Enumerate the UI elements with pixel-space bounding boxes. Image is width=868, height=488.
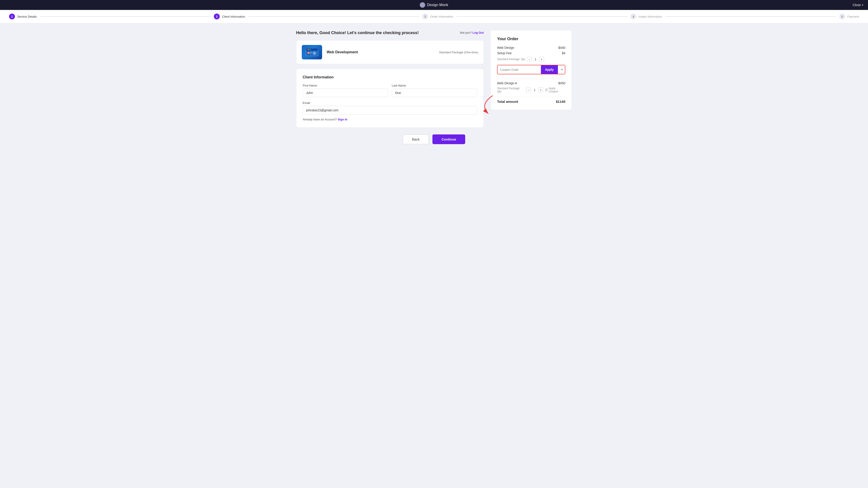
order-qty-label-1: Standard Package: Qty [497,58,525,61]
step-4-number: 4 [630,13,636,20]
qty-value-1: 1 [534,58,537,61]
order-divider-1 [497,78,565,78]
order-panel-wrapper: Your Order Web Design $440 Setup Fee $4 … [491,30,572,110]
step-2-number: 2 [214,13,220,20]
order-item-price-2: $4 [562,51,565,55]
first-name-label: First Name [303,84,388,87]
order-item-web-design-a: Web Design A $450 [497,81,565,85]
form-title: Client Information [303,75,477,79]
sign-in-link[interactable]: Sign In [338,118,347,121]
greeting-text: Hello there, Good Choice! Let's continue… [296,30,418,36]
svg-rect-10 [310,53,312,53]
form-card: Client Information First Name Last Name … [296,69,484,128]
order-item-name-3: Web Design A [497,81,517,85]
left-panel: Hello there, Good Choice! Let's continue… [296,30,484,128]
order-panel: Your Order Web Design $440 Setup Fee $4 … [491,30,572,110]
coupon-apply-button[interactable]: Apply [541,65,558,74]
logo-icon [420,2,425,8]
step-5[interactable]: 5 Payment [839,13,859,20]
step-connector-4 [665,16,836,17]
step-1[interactable]: 1 Service Details [9,13,37,20]
first-name-input[interactable] [303,89,388,97]
step-1-label: Service Details [17,15,37,18]
email-label: Email [303,101,477,105]
coupon-clear-button[interactable]: × [558,65,565,74]
qty-decrease-btn-1[interactable]: − [527,57,532,62]
svg-point-2 [307,49,308,50]
service-package: Standard Package (One-time) [439,51,478,54]
step-3-label: Order Information [430,15,454,18]
form-name-row: First Name Last Name [303,84,477,97]
order-item-setup-fee: Setup Fee $4 [497,51,565,55]
bottom-actions: Back Continue [0,134,868,144]
qty-increase-btn-2[interactable]: + [538,88,543,92]
order-item-name-1: Web Design [497,46,514,50]
apply-coupon-label: Apply Coupon [549,87,565,93]
order-total-price: $1140 [556,100,565,103]
order-item-web-design: Web Design $440 [497,46,565,50]
step-2-label: Client Information [222,15,245,18]
step-3-number: 3 [422,13,428,20]
qty-increase-btn-1[interactable]: + [539,57,544,62]
close-button[interactable]: Close × [852,3,864,7]
first-name-group: First Name [303,84,388,97]
step-5-label: Payment [847,15,859,18]
last-name-group: Last Name [392,84,477,97]
email-group: Email [303,101,477,115]
coupon-input[interactable] [498,65,541,74]
top-bar: Design Monk Close × [0,0,868,10]
continue-button[interactable]: Continue [432,134,465,144]
svg-point-3 [308,49,309,50]
order-total-row: Total amount $1140 [497,97,565,103]
step-2[interactable]: 2 Client Information [214,13,245,20]
step-connector-3 [457,16,627,17]
order-item-name-2: Setup Fee [497,51,512,55]
order-item-price-1: $440 [558,46,565,50]
service-thumbnail-svg [305,48,319,57]
service-thumbnail [302,45,322,59]
order-qty-row-2: Standard Package: Qty − 1 + Apply Coupon [497,87,565,93]
logout-text: Not you? Log Out [460,31,484,34]
coupon-box: Apply × [497,65,565,74]
apply-coupon-link[interactable]: Apply Coupon [545,87,565,93]
step-connector-2 [248,16,419,17]
svg-point-13 [547,89,547,90]
last-name-label: Last Name [392,84,477,87]
service-card: Web Development Standard Package (One-ti… [296,40,484,64]
step-1-number: 1 [9,13,15,20]
email-input[interactable] [303,106,477,115]
app-logo: Design Monk [420,2,448,8]
order-total-label: Total amount [497,100,518,103]
account-text: Already have an Account? Sign In [303,118,477,121]
main-content: Hello there, Good Choice! Let's continue… [287,30,581,128]
greeting-bar: Hello there, Good Choice! Let's continue… [296,30,484,36]
app-title: Design Monk [427,3,448,7]
svg-point-4 [310,49,311,50]
step-4[interactable]: 4 Intake Information [630,13,662,20]
order-qty-label-2: Standard Package: Qty [497,87,524,93]
step-4-label: Intake Information [639,15,662,18]
svg-rect-1 [306,48,318,51]
tag-icon [545,89,548,91]
svg-point-8 [308,53,309,54]
svg-point-6 [314,53,315,54]
order-title: Your Order [497,37,565,41]
back-button[interactable]: Back [403,134,429,144]
step-3[interactable]: 3 Order Information [422,13,454,20]
last-name-input[interactable] [392,89,477,97]
service-name: Web Development [327,50,434,54]
qty-value-2: 1 [533,88,536,92]
svg-rect-9 [310,52,313,53]
order-qty-row-1: Standard Package: Qty − 1 + [497,57,565,62]
step-5-number: 5 [839,13,845,20]
logout-link[interactable]: Log Out [472,31,484,34]
qty-decrease-btn-2[interactable]: − [526,88,531,92]
svg-rect-11 [310,54,312,54]
step-connector-1 [40,16,211,17]
progress-bar: 1 Service Details 2 Client Information 3… [0,10,868,23]
order-item-price-3: $450 [558,81,565,85]
